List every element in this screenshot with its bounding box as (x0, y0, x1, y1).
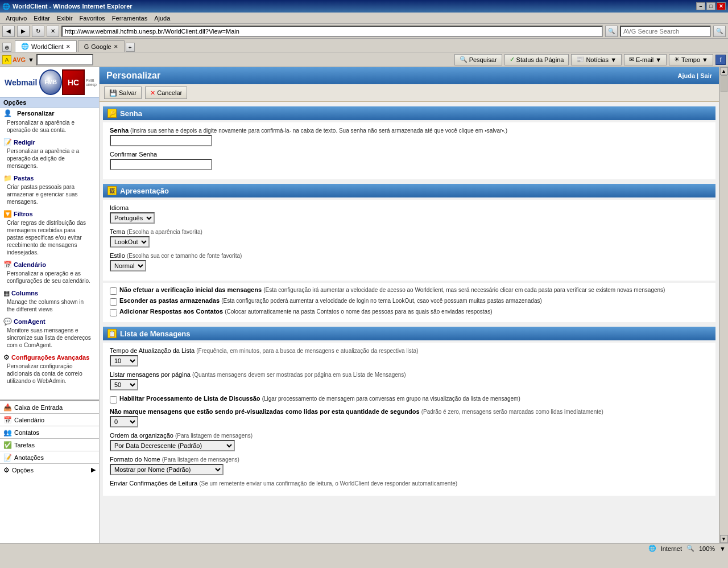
sidebar-item-calendario-nav[interactable]: 📅 Calendário (0, 413, 99, 426)
comagent-link[interactable]: ComAgent (14, 318, 46, 325)
address-input[interactable] (61, 26, 603, 37)
nao-marque-select[interactable]: 0 5 10 (110, 416, 138, 427)
refresh-button[interactable]: ↻ (32, 26, 44, 37)
options-nav-icon: ⚙ (3, 466, 10, 474)
sidebar-spacer (0, 388, 99, 400)
calendario-link[interactable]: Calendário (14, 261, 46, 268)
menu-ajuda[interactable]: Ajuda (151, 14, 173, 23)
apresentacao-title: Apresentação (120, 187, 169, 195)
menu-favoritos[interactable]: Favoritos (76, 14, 109, 23)
personalizar-icon: 👤 (3, 109, 12, 117)
scroll-up[interactable]: ▲ (720, 67, 728, 75)
estilo-select[interactable]: Normal Large Small (110, 260, 146, 271)
senha-note: (Insira sua senha e depois a digite nova… (130, 127, 507, 134)
tema-select[interactable]: LookOut Default (110, 236, 150, 248)
redigir-link[interactable]: Redigir (14, 139, 35, 146)
sidebar-item-contatos[interactable]: 👥 Contatos (0, 426, 99, 438)
menu-arquivo[interactable]: Arquivo (2, 14, 30, 23)
checkboxes-area: Não efetuar a verificação inicial das me… (103, 283, 715, 322)
tab-worldclient-icon: 🌐 (21, 43, 29, 50)
redigir-section: 📝 Redigir Personalizar a aparência e a o… (0, 137, 99, 173)
idioma-select[interactable]: Português English Español (110, 212, 155, 224)
tab-google-icon: G (84, 43, 89, 50)
save-button[interactable]: 💾 Salvar (104, 87, 142, 99)
new-tab-button[interactable]: + (126, 43, 135, 52)
cancel-button[interactable]: ✕ Cancelar (145, 87, 187, 99)
internet-icon: 🌐 (648, 545, 656, 552)
check1-input[interactable] (110, 287, 117, 295)
sidebar-item-caixa-entrada[interactable]: 📥 Caixa de Entrada (0, 401, 99, 413)
apresentacao-form: Idioma Português English Español Tema (E… (103, 200, 715, 281)
tab-google-close[interactable]: ✕ (114, 44, 118, 50)
address-bar: ◀ ▶ ↻ ✕ 🔍 🔍 (0, 24, 728, 39)
confirmar-senha-input[interactable] (110, 159, 212, 170)
status-right: 🌐 Internet 🔍 100% ▼ (648, 545, 726, 552)
tab-back[interactable]: ⊕ (2, 43, 11, 52)
title-bar: 🌐 WorldClient - Windows Internet Explore… (0, 0, 728, 13)
sidebar-item-tarefas[interactable]: ✅ Tarefas (0, 438, 99, 451)
pastas-link[interactable]: Pastas (14, 175, 34, 182)
config-avancadas-desc: Personalizar configuração adicionais da … (3, 361, 96, 388)
back-button[interactable]: ◀ (2, 26, 15, 37)
check4-input[interactable] (110, 396, 117, 404)
ordem-row: Ordem da organização (Para listagem de m… (110, 432, 709, 451)
check3-input[interactable] (110, 309, 117, 316)
webmail-label: Webmail (2, 78, 39, 87)
search-go-button[interactable]: 🔍 (713, 26, 726, 37)
pastas-icon: 📁 (3, 174, 12, 182)
tempo-icon: ☀ (674, 56, 680, 63)
tab-google[interactable]: G Google ✕ (78, 40, 125, 52)
columns-link[interactable]: Columns (11, 290, 38, 297)
filtros-link[interactable]: Filtros (14, 211, 33, 217)
menu-editar[interactable]: Editar (30, 14, 53, 23)
tab-worldclient-close[interactable]: ✕ (66, 44, 71, 50)
opcoes-heading: Opções (0, 97, 99, 108)
menu-exibir[interactable]: Exibir (53, 14, 76, 23)
stop-button[interactable]: ✕ (47, 26, 59, 37)
scrollbar[interactable]: ▲ ▼ (719, 67, 728, 543)
hc-logo: HC (62, 69, 85, 95)
toolbar-btn-email[interactable]: ✉ E-mail ▼ (624, 54, 667, 65)
maximize-button[interactable]: □ (706, 2, 715, 10)
exit-link[interactable]: Sair (700, 72, 712, 79)
columns-icon: ▦ (3, 289, 10, 297)
forward-button[interactable]: ▶ (17, 26, 30, 37)
avg-search-input[interactable] (36, 54, 93, 65)
check1-label: Não efetuar a verificação inicial das me… (119, 286, 665, 293)
sidebar-logo: Webmail FMB HC FMB unesp (0, 67, 99, 97)
zoom-dropdown[interactable]: ▼ (719, 545, 726, 552)
sidebar-item-opcoes-nav[interactable]: ⚙ Opções ▶ (0, 463, 99, 476)
search-input[interactable] (620, 26, 711, 37)
avg-dropdown[interactable]: ▼ (28, 56, 34, 63)
close-button[interactable]: ✕ (717, 2, 726, 10)
sidebar-item-anotacoes[interactable]: 📝 Anotações (0, 451, 99, 463)
avg-label: AVG (13, 56, 26, 63)
config-avancadas-link[interactable]: Configurações Avançadas (11, 354, 89, 361)
help-link[interactable]: Ajuda (677, 72, 695, 79)
tempo-select[interactable]: 10 5 15 30 (110, 355, 138, 367)
menu-ferramentas[interactable]: Ferramentas (109, 14, 151, 23)
formato-select[interactable]: Mostrar por Nome (Padrão) Mostrar por E-… (110, 464, 224, 475)
toolbar-btn-noticias[interactable]: 📰 Notícias ▼ (571, 54, 622, 65)
scroll-down[interactable]: ▼ (720, 535, 728, 543)
check2-input[interactable] (110, 298, 117, 306)
minimize-button[interactable]: – (696, 2, 705, 10)
search-btn-addr[interactable]: 🔍 (605, 26, 618, 37)
redigir-icon: 📝 (3, 138, 12, 146)
sidebar: Webmail FMB HC FMB unesp Opções 👤 Person… (0, 67, 100, 543)
toolbar-btn-tempo[interactable]: ☀ Tempo ▼ (669, 54, 713, 65)
fb-icon[interactable]: f (715, 55, 726, 65)
avg-icon: A (2, 55, 11, 64)
toolbar-btn-pesquisar[interactable]: 🔍 Pesquisar (454, 54, 502, 65)
ordem-select[interactable]: Por Data Decrescente (Padrão) Por Data C… (110, 440, 235, 451)
scroll-thumb[interactable] (721, 75, 727, 92)
calendario-section: 📅 Calendário Personalizar a operação e a… (0, 260, 99, 288)
senha-input[interactable] (110, 135, 212, 146)
pastas-section: 📁 Pastas Criar pastas pessoais para arma… (0, 173, 99, 209)
comagent-desc: Monitore suas mensagens e sincronize sua… (3, 326, 96, 352)
listar-select[interactable]: 50 25 100 (110, 379, 138, 390)
toolbar-btn-status[interactable]: ✓ Status da Página (504, 54, 569, 65)
personalizar-link[interactable]: Personalizar (14, 109, 57, 118)
tab-worldclient[interactable]: 🌐 WorldClient ✕ (15, 40, 77, 52)
content-toolbar: 💾 Salvar ✕ Cancelar (100, 84, 719, 102)
